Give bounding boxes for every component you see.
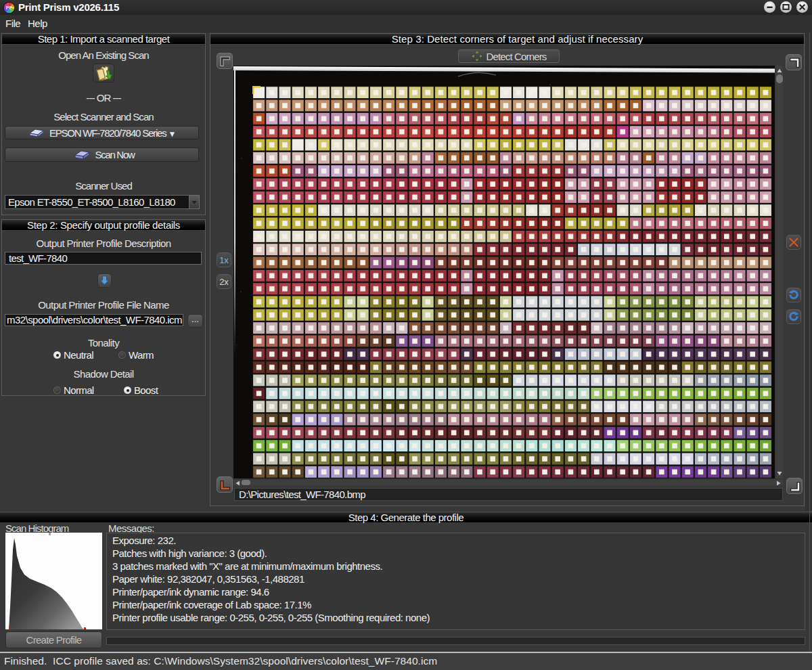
- svg-text:PP: PP: [6, 5, 13, 10]
